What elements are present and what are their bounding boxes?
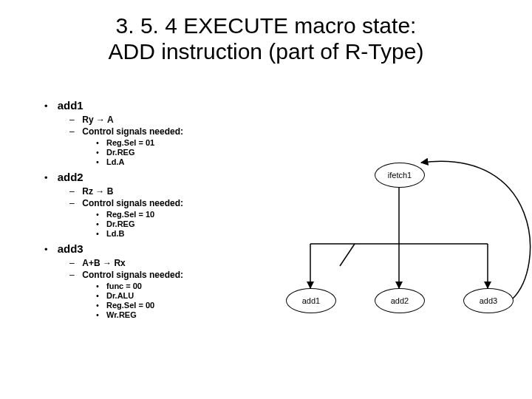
op-lhs: A+B bbox=[82, 258, 100, 268]
signal-item: •Reg.Sel = 01 bbox=[96, 138, 303, 147]
state-label: add2 bbox=[391, 296, 409, 305]
state-label: add1 bbox=[302, 296, 320, 305]
op-rhs: B bbox=[107, 186, 114, 197]
operation-line: – Ry → A bbox=[69, 115, 303, 125]
signal-item: •Ld.A bbox=[96, 157, 303, 166]
signal-item: •func = 00 bbox=[96, 282, 303, 290]
section-add3: • add3 bbox=[44, 242, 303, 255]
state-label: add3 bbox=[480, 296, 497, 305]
title-line-1: 3. 5. 4 EXECUTE macro state: bbox=[116, 13, 417, 38]
state-add2: add2 bbox=[375, 288, 425, 313]
op-rhs: Rx bbox=[114, 258, 125, 268]
signal-item: •Ld.B bbox=[96, 229, 303, 238]
bullet-l2: – bbox=[69, 186, 80, 197]
bullet-l2: – bbox=[69, 270, 80, 280]
bullet-l1: • bbox=[44, 100, 55, 112]
op-lhs: Ry bbox=[82, 115, 93, 125]
signals-label: – Control signals needed: bbox=[69, 270, 303, 280]
signal-item: •Wr.REG bbox=[96, 310, 303, 319]
bullet-l2: – bbox=[69, 198, 80, 208]
signals-label: – Control signals needed: bbox=[69, 126, 303, 137]
arrow-icon: → bbox=[95, 186, 104, 197]
signals-label: – Control signals needed: bbox=[69, 198, 303, 208]
arrow-icon: → bbox=[103, 258, 112, 268]
operation-line: – Rz → B bbox=[69, 186, 303, 197]
bullet-l1: • bbox=[44, 244, 55, 255]
section-add2: • add2 bbox=[44, 171, 303, 183]
signals-label-text: Control signals needed: bbox=[82, 126, 183, 137]
section-head: add2 bbox=[58, 171, 83, 183]
signals-label-text: Control signals needed: bbox=[82, 198, 183, 208]
title-line-2: ADD instruction (part of R-Type) bbox=[109, 39, 424, 64]
slide-title: 3. 5. 4 EXECUTE macro state: ADD instruc… bbox=[0, 13, 532, 64]
state-label: ifetch1 bbox=[388, 171, 412, 180]
state-ifetch1: ifetch1 bbox=[375, 163, 425, 188]
section-head: add3 bbox=[58, 242, 83, 255]
signals-label-text: Control signals needed: bbox=[82, 270, 183, 280]
bullet-l2: – bbox=[69, 126, 80, 137]
bullet-l2: – bbox=[69, 258, 80, 268]
svg-line-5 bbox=[340, 244, 355, 266]
arrow-icon: → bbox=[96, 115, 105, 125]
op-rhs: A bbox=[107, 115, 114, 125]
state-diagram: ifetch1 add1 add2 add3 bbox=[281, 155, 525, 347]
signal-item: •Reg.Sel = 10 bbox=[96, 210, 303, 219]
section-head: add1 bbox=[58, 99, 83, 112]
state-add3: add3 bbox=[463, 288, 514, 313]
signal-item: •Dr.ALU bbox=[96, 291, 303, 300]
signal-item: •Dr.REG bbox=[96, 219, 303, 228]
state-add1: add1 bbox=[286, 288, 336, 313]
section-add1: • add1 bbox=[44, 99, 303, 112]
op-lhs: Rz bbox=[82, 186, 93, 197]
signal-item: •Dr.REG bbox=[96, 148, 303, 157]
content-outline: • add1 – Ry → A – Control signals needed… bbox=[44, 95, 303, 320]
signal-item: •Reg.Sel = 00 bbox=[96, 301, 303, 310]
operation-line: – A+B → Rx bbox=[69, 258, 303, 268]
bullet-l1: • bbox=[44, 172, 55, 183]
bullet-l2: – bbox=[69, 115, 80, 125]
